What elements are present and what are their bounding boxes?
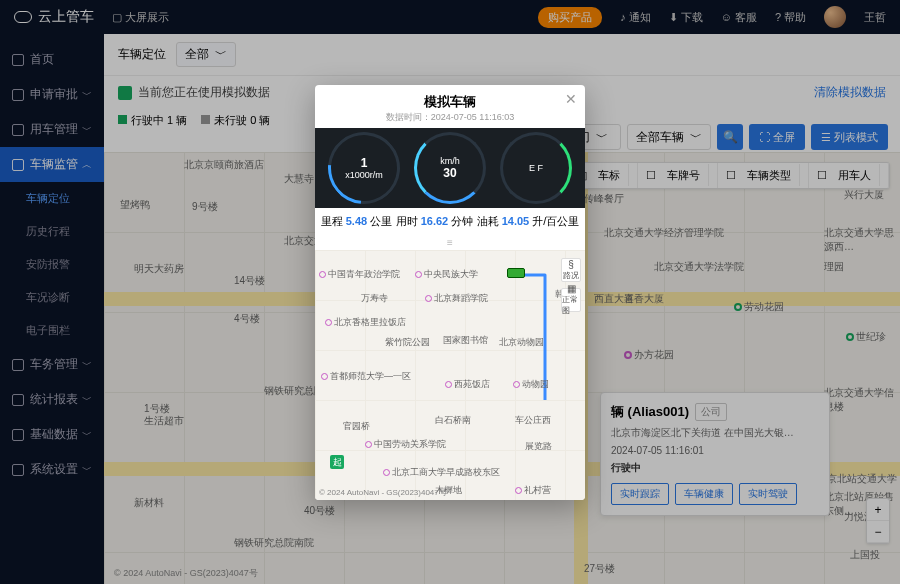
rpm-gauge: 1x1000r/m	[328, 132, 400, 204]
metric-distance: 里程 5.48 公里	[321, 214, 393, 229]
mm-poi: 万寿寺	[361, 292, 388, 305]
route-tool[interactable]: §路况	[561, 258, 581, 282]
car-marker	[507, 268, 525, 278]
fuel-gauge: E F	[500, 132, 572, 204]
modal-subtitle: 数据时间：2024-07-05 11:16:03	[315, 111, 585, 124]
mm-poi: 展览路	[525, 440, 552, 453]
metrics: 里程 5.48 公里 用时 16.62 分钟 油耗 14.05 升/百公里	[315, 208, 585, 235]
mm-poi: 中央民族大学	[415, 268, 478, 281]
modal-header: 模拟车辆 数据时间：2024-07-05 11:16:03 ✕	[315, 85, 585, 128]
mm-poi: 中国青年政治学院	[319, 268, 400, 281]
mm-poi: 北京工商大学早成路校东区	[383, 466, 500, 479]
gauges: 1x1000r/m km/h30 E F	[315, 128, 585, 208]
modal-title: 模拟车辆	[315, 93, 585, 111]
mm-poi: 首都师范大学—一区	[321, 370, 411, 383]
mm-poi: 车公庄西	[515, 414, 551, 427]
vehicle-modal: 模拟车辆 数据时间：2024-07-05 11:16:03 ✕ 1x1000r/…	[315, 85, 585, 500]
modal-mask[interactable]: 模拟车辆 数据时间：2024-07-05 11:16:03 ✕ 1x1000r/…	[0, 0, 900, 584]
close-button[interactable]: ✕	[565, 91, 577, 107]
mm-poi: 北京动物园	[499, 336, 544, 349]
mm-poi: 紫竹院公园	[385, 336, 430, 349]
mm-poi: 中国劳动关系学院	[365, 438, 446, 451]
sat-tool[interactable]: ▦正常图	[561, 288, 581, 312]
start-marker: 起	[330, 455, 344, 469]
metric-time: 用时 16.62 分钟	[396, 214, 474, 229]
mm-poi: 北京舞蹈学院	[425, 292, 488, 305]
mm-poi: 北京香格里拉饭店	[325, 316, 406, 329]
mm-poi: 礼村营	[515, 484, 551, 497]
mm-poi: 动物园	[513, 378, 549, 391]
mm-poi: 西苑饭店	[445, 378, 490, 391]
mm-poi: 白石桥南	[435, 414, 471, 427]
mini-map[interactable]: 起 中国青年政治学院 中央民族大学 万寿寺 北京舞蹈学院 北京香格里拉饭店 紫竹…	[315, 250, 585, 500]
mini-map-copyright: © 2024 AutoNavi - GS(2023)4047号	[319, 487, 447, 498]
metric-fuel: 油耗 14.05 升/百公里	[477, 214, 580, 229]
mini-map-tools: §路况 ▦正常图	[561, 258, 581, 312]
mm-poi: 国家图书馆	[443, 334, 488, 347]
drag-handle[interactable]: ≡	[315, 235, 585, 250]
mm-poi: 官园桥	[343, 420, 370, 433]
speed-gauge: km/h30	[414, 132, 486, 204]
